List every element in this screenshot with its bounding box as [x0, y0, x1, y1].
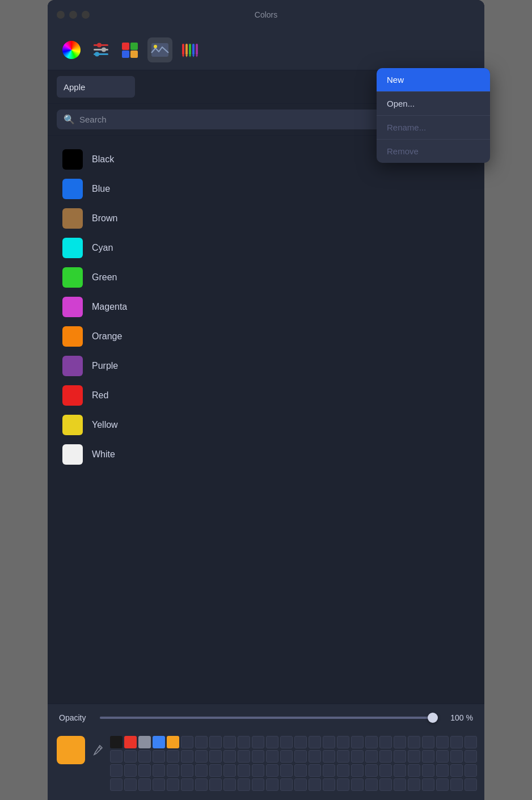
- swatch-cell[interactable]: [436, 736, 449, 748]
- swatch-cell[interactable]: [379, 750, 392, 763]
- swatch-cell[interactable]: [266, 778, 278, 791]
- swatch-cell[interactable]: [394, 778, 406, 791]
- swatch-cell[interactable]: [266, 736, 278, 748]
- close-button[interactable]: [57, 11, 65, 19]
- swatch-cell[interactable]: [195, 764, 208, 777]
- swatch-cell[interactable]: [408, 736, 420, 748]
- swatch-cell[interactable]: [294, 750, 307, 763]
- swatch-cell[interactable]: [365, 764, 378, 777]
- swatch-cell[interactable]: [408, 750, 420, 763]
- swatch-cell[interactable]: [238, 778, 250, 791]
- swatch-cell[interactable]: [394, 764, 406, 777]
- color-list-item[interactable]: Yellow: [59, 410, 473, 440]
- swatch-cell[interactable]: [280, 736, 293, 748]
- swatch-cell[interactable]: [195, 778, 208, 791]
- popup-remove-item[interactable]: Remove: [377, 140, 490, 163]
- swatch-cell[interactable]: [450, 778, 463, 791]
- swatch-cell[interactable]: [450, 764, 463, 777]
- swatch-cell[interactable]: [280, 750, 293, 763]
- color-list-item[interactable]: Magenta: [59, 292, 473, 322]
- swatch-cell[interactable]: [153, 764, 165, 777]
- swatch-cell[interactable]: [450, 736, 463, 748]
- swatch-cell[interactable]: [167, 764, 179, 777]
- swatch-cell[interactable]: [181, 778, 193, 791]
- swatch-cell[interactable]: [337, 764, 349, 777]
- swatch-cell[interactable]: [309, 764, 321, 777]
- swatch-cell[interactable]: [110, 764, 123, 777]
- swatch-cell[interactable]: [223, 736, 236, 748]
- swatch-cell[interactable]: [138, 736, 151, 748]
- color-list-item[interactable]: White: [59, 440, 473, 469]
- swatch-cell[interactable]: [124, 778, 137, 791]
- swatch-cell[interactable]: [110, 778, 123, 791]
- swatch-cell[interactable]: [408, 764, 420, 777]
- swatch-cell[interactable]: [110, 736, 123, 748]
- swatch-cell[interactable]: [138, 764, 151, 777]
- swatch-cell[interactable]: [181, 736, 193, 748]
- swatch-cell[interactable]: [379, 736, 392, 748]
- swatch-cell[interactable]: [337, 778, 349, 791]
- swatch-cell[interactable]: [153, 736, 165, 748]
- swatch-cell[interactable]: [252, 736, 264, 748]
- color-list-item[interactable]: Purple: [59, 351, 473, 381]
- swatch-cell[interactable]: [110, 750, 123, 763]
- swatch-cell[interactable]: [394, 736, 406, 748]
- swatch-cell[interactable]: [422, 778, 434, 791]
- swatch-cell[interactable]: [422, 750, 434, 763]
- swatch-cell[interactable]: [167, 750, 179, 763]
- swatch-cell[interactable]: [138, 778, 151, 791]
- eyedropper-button[interactable]: [92, 742, 103, 759]
- swatch-cell[interactable]: [309, 750, 321, 763]
- swatch-cell[interactable]: [351, 750, 364, 763]
- swatch-cell[interactable]: [309, 778, 321, 791]
- swatch-cell[interactable]: [379, 764, 392, 777]
- swatch-cell[interactable]: [351, 736, 364, 748]
- swatch-cell[interactable]: [266, 764, 278, 777]
- swatch-cell[interactable]: [294, 736, 307, 748]
- swatch-cell[interactable]: [124, 764, 137, 777]
- swatch-cell[interactable]: [337, 750, 349, 763]
- swatch-cell[interactable]: [252, 764, 264, 777]
- swatch-cell[interactable]: [408, 778, 420, 791]
- swatch-cell[interactable]: [436, 750, 449, 763]
- palette-button[interactable]: [118, 37, 143, 62]
- swatch-cell[interactable]: [167, 736, 179, 748]
- maximize-button[interactable]: [82, 11, 90, 19]
- swatch-cell[interactable]: [238, 750, 250, 763]
- swatch-cell[interactable]: [280, 764, 293, 777]
- sliders-button[interactable]: [88, 37, 113, 62]
- swatch-cell[interactable]: [465, 764, 477, 777]
- swatch-cell[interactable]: [223, 764, 236, 777]
- swatch-cell[interactable]: [252, 778, 264, 791]
- current-color-swatch[interactable]: [57, 736, 85, 764]
- swatch-cell[interactable]: [209, 778, 222, 791]
- swatch-cell[interactable]: [124, 736, 137, 748]
- swatch-cell[interactable]: [209, 736, 222, 748]
- swatch-cell[interactable]: [422, 736, 434, 748]
- popup-new-item[interactable]: New: [377, 68, 490, 91]
- swatch-cell[interactable]: [252, 750, 264, 763]
- swatch-cell[interactable]: [181, 764, 193, 777]
- swatch-cell[interactable]: [365, 736, 378, 748]
- color-list-item[interactable]: Brown: [59, 204, 473, 233]
- swatch-cell[interactable]: [337, 736, 349, 748]
- swatch-cell[interactable]: [266, 750, 278, 763]
- color-list-item[interactable]: Orange: [59, 322, 473, 351]
- minimize-button[interactable]: [69, 11, 77, 19]
- swatch-cell[interactable]: [167, 778, 179, 791]
- swatch-cell[interactable]: [323, 778, 335, 791]
- swatch-cell[interactable]: [422, 764, 434, 777]
- popup-open-item[interactable]: Open...: [377, 92, 490, 115]
- swatch-cell[interactable]: [436, 778, 449, 791]
- swatch-cell[interactable]: [365, 750, 378, 763]
- swatch-cell[interactable]: [195, 750, 208, 763]
- swatch-cell[interactable]: [223, 750, 236, 763]
- swatch-cell[interactable]: [294, 778, 307, 791]
- swatch-cell[interactable]: [465, 750, 477, 763]
- swatch-cell[interactable]: [181, 750, 193, 763]
- swatch-cell[interactable]: [209, 750, 222, 763]
- swatch-cell[interactable]: [138, 750, 151, 763]
- swatch-cell[interactable]: [195, 736, 208, 748]
- swatch-cell[interactable]: [209, 764, 222, 777]
- color-list-item[interactable]: Cyan: [59, 233, 473, 263]
